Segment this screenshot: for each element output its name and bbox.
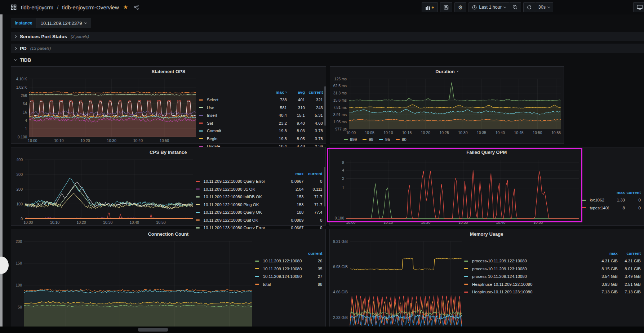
legend-column-header[interactable]: current: [305, 90, 323, 94]
legend-swatch: [464, 292, 468, 293]
legend-value: 0.111: [304, 187, 323, 191]
legend-series-label[interactable]: Use: [205, 106, 269, 110]
section-row-pd[interactable]: PD (13 panels): [11, 44, 644, 53]
legend-value: 2.04: [285, 187, 304, 191]
legend-value: 15.1: [287, 113, 305, 117]
legend-series-label[interactable]: 10.11.209.122:10080: [261, 259, 307, 263]
panel-title[interactable]: Failed Query OPM: [330, 147, 644, 157]
svg-text:1: 1: [25, 126, 27, 131]
favorite-star-icon[interactable]: ★: [122, 3, 129, 11]
section-row-services-port-status[interactable]: Services Port Status (2 panels): [11, 32, 644, 41]
svg-text:15.6 ms: 15.6 ms: [333, 98, 347, 102]
instance-variable-dropdown[interactable]: 10.11.209.124:2379: [36, 18, 92, 28]
legend-swatch: [379, 139, 383, 140]
panel-title[interactable]: Connection Count: [11, 229, 325, 239]
share-icon[interactable]: [132, 4, 140, 10]
legend-scrollbar[interactable]: [324, 167, 325, 207]
legend-value: 0.0667: [285, 179, 304, 183]
memory-usage-chart[interactable]: 9.31 GiB6.98 GiB4.66 GiB2.33 GiB: [330, 239, 465, 330]
legend-value: 0: [304, 179, 323, 183]
scrollbar-handle[interactable]: [138, 328, 168, 332]
legend-series-label[interactable]: process-10.11.209.122:10080: [470, 259, 595, 263]
svg-text:10:20: 10:20: [80, 138, 90, 143]
time-range-button[interactable]: Last 1 hour: [468, 2, 509, 12]
legend-column-header[interactable]: max: [269, 90, 287, 94]
chevron-down-icon: [84, 21, 87, 24]
legend-series-label[interactable]: 10.11.209.122:10080 InitDB OK: [201, 195, 285, 199]
legend-column-header[interactable]: current: [307, 251, 323, 256]
add-panel-button[interactable]: +: [422, 2, 438, 12]
svg-text:4.10 K: 4.10 K: [16, 77, 27, 81]
legend-series-label[interactable]: 10.11.209.122:10080 Query Error: [201, 179, 285, 183]
legend-series-label[interactable]: 10.11.209.122:10080 31 OK: [201, 187, 285, 191]
legend-column-header[interactable]: current: [618, 251, 641, 256]
legend-column-header[interactable]: current: [304, 172, 323, 176]
legend-series-label[interactable]: process-10.11.209.123:10080: [470, 267, 595, 271]
legend-series-label[interactable]: HeapInuse-10.11.209.122:10080: [470, 282, 595, 287]
svg-text:0.100: 0.100: [18, 135, 27, 139]
legend-swatch: [464, 284, 468, 285]
legend-column-header[interactable]: avg: [287, 90, 305, 94]
legend-swatch: [196, 196, 200, 197]
legend-value: 5.31: [305, 113, 323, 117]
legend-swatch: [464, 261, 468, 262]
legend-series-label[interactable]: Commit: [205, 129, 269, 133]
legend-series-label[interactable]: 10.11.209.124:10080: [261, 274, 307, 279]
connection-count-chart[interactable]: 20015010050: [11, 239, 255, 330]
legend-series-label[interactable]: 10.11.209.123:10080: [261, 267, 307, 271]
svg-text:100: 100: [16, 202, 23, 206]
settings-gear-button[interactable]: ⚙: [454, 2, 466, 12]
svg-text:10:35: 10:35: [477, 130, 486, 135]
legend-series-label[interactable]: process-10.11.209.124:10080: [470, 274, 595, 279]
duration-chart[interactable]: 125 ms62.5 ms31.3 ms15.6 ms7.81 ms3.91 m…: [330, 76, 564, 136]
panel-title[interactable]: Statement OPS: [11, 67, 326, 76]
legend-label: 999: [350, 137, 357, 142]
legend-scrollbar[interactable]: [324, 86, 326, 126]
legend-series-label[interactable]: Set: [205, 121, 269, 125]
connection-count-legend: current10.11.209.122:100802610.11.209.12…: [255, 239, 325, 330]
legend-value: 3.78: [305, 137, 323, 141]
legend-series-label[interactable]: Insert: [205, 113, 269, 117]
svg-text:10:10: 10:10: [54, 138, 63, 143]
legend-series-label[interactable]: 10.11.209.122:10080 Query OK: [201, 210, 285, 214]
svg-text:10:40: 10:40: [496, 220, 505, 225]
legend-series-label[interactable]: types:1406: [588, 206, 609, 210]
breadcrumb-folder[interactable]: tidb-enjoycrm: [21, 4, 53, 10]
legend-item[interactable]: 95: [379, 137, 390, 142]
legend-series-label[interactable]: Begin: [205, 137, 269, 141]
legend-value: 7.13 GiB: [595, 290, 618, 294]
legend-series-label[interactable]: 10.11.209.122:10080 Quit OK: [201, 218, 285, 222]
duration-legend: 999999580: [330, 136, 564, 143]
legend-series-label[interactable]: 10.11.209.122:10080 Ping OK: [201, 203, 285, 207]
horizontal-scrollbar[interactable]: [0, 327, 644, 333]
legend-column-header[interactable]: max: [285, 172, 304, 176]
breadcrumb-dashboard[interactable]: tidb-enjoycrm-Overview: [62, 4, 119, 10]
section-row-tidb[interactable]: TiDB: [11, 56, 644, 64]
failed-query-chart[interactable]: 84210.10010:0010:1010:2010:3010:4010:50: [330, 157, 582, 225]
legend-item[interactable]: 99: [363, 137, 373, 142]
legend-column-header[interactable]: max: [595, 251, 618, 256]
legend-value: 8.03: [287, 129, 305, 133]
legend-value: 19.8: [269, 129, 287, 133]
save-dashboard-button[interactable]: [440, 2, 452, 12]
panel-title[interactable]: CPS By Instance: [11, 147, 325, 157]
refresh-interval-button[interactable]: 30s: [535, 2, 553, 12]
panel-title[interactable]: Duration: [330, 67, 564, 76]
legend-series-label[interactable]: Select: [205, 98, 269, 102]
cps-chart[interactable]: 400300200100010:0010:1010:2010:3010:4010…: [11, 157, 196, 225]
tv-mode-button[interactable]: [633, 2, 644, 12]
refresh-button[interactable]: [523, 2, 535, 12]
legend-item[interactable]: 80: [396, 137, 407, 142]
panel-title[interactable]: Memory Usage: [330, 229, 644, 239]
dashboards-grid-icon[interactable]: [9, 4, 18, 11]
legend-item[interactable]: 999: [344, 137, 357, 142]
statement-ops-chart[interactable]: 4.10 K1.02 K2566416410.10010:0010:1010:2…: [11, 76, 199, 143]
legend-swatch: [344, 139, 348, 140]
svg-text:125 ms: 125 ms: [334, 77, 347, 81]
zoom-out-button[interactable]: [509, 2, 521, 12]
legend-series-label[interactable]: total: [261, 282, 307, 287]
legend-column-header[interactable]: max: [609, 190, 625, 195]
legend-series-label[interactable]: kv:1062: [588, 198, 609, 202]
legend-column-header[interactable]: current: [625, 190, 641, 195]
legend-series-label[interactable]: HeapInuse-10.11.209.123:10080: [470, 290, 595, 294]
